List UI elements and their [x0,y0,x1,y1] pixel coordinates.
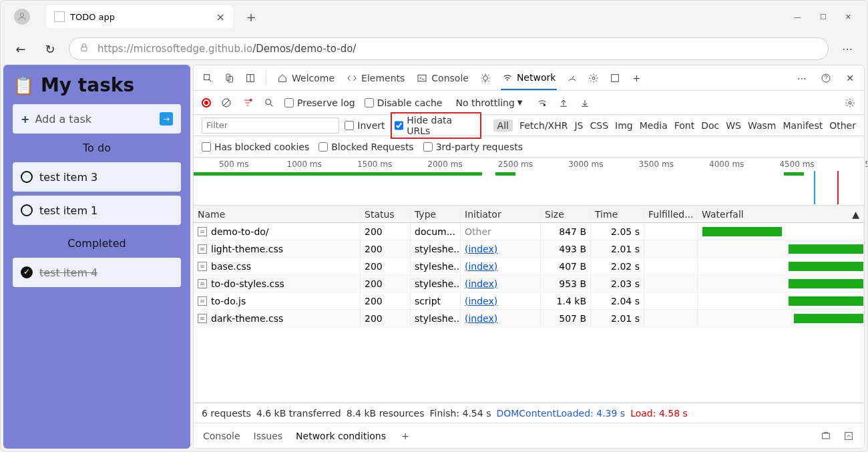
initiator-link[interactable]: (index) [465,244,497,254]
third-party-checkbox[interactable]: 3rd-party requests [423,142,523,152]
table-row[interactable]: ≡base.css200styleshe...(index)407 B2.02 … [194,258,864,275]
blocked-cookies-checkbox[interactable]: Has blocked cookies [202,142,309,152]
close-tab-icon[interactable]: × [216,11,225,23]
throttling-select[interactable]: No throttling ▼ [451,96,526,109]
add-drawer-tab-icon[interactable]: + [399,430,411,442]
drawer-tab-issues[interactable]: Issues [254,423,283,448]
filter-type-media[interactable]: Media [640,120,668,131]
performance-icon[interactable] [566,72,578,84]
minimize-icon[interactable]: — [794,13,801,21]
checkbox-icon[interactable] [21,204,33,216]
devtools: Welcome Elements Console Network + ⋯ ✕ P… [193,65,865,449]
preserve-log-checkbox[interactable]: Preserve log [284,97,355,108]
filter-type-font[interactable]: Font [674,120,694,131]
table-row[interactable]: ≡dark-theme.css200styleshe...(index)507 … [194,310,864,327]
filter-type-wasm[interactable]: Wasm [748,120,776,131]
dock-icon[interactable] [244,72,256,84]
filter-icon[interactable] [242,97,254,109]
filter-type-other[interactable]: Other [829,120,856,131]
checkbox-done-icon[interactable] [21,266,33,278]
task-label: test item 4 [39,266,97,279]
record-button[interactable] [202,98,211,107]
filter-type-css[interactable]: CSS [590,120,608,131]
expand-drawer-icon[interactable] [843,430,855,442]
hide-data-urls-checkbox[interactable]: Hide data URLs [391,112,481,139]
filter-type-ws[interactable]: WS [726,120,741,131]
svg-rect-4 [228,76,233,82]
table-row[interactable]: ≡to-do.js200script(index)1.4 kB2.04 s [194,292,864,310]
table-row[interactable]: ≡demo-to-do/200docum...Other847 B2.05 s [194,223,864,240]
device-icon[interactable] [223,72,235,84]
filter-type-all[interactable]: All [493,120,513,132]
download-har-icon[interactable] [579,97,591,109]
tab-welcome[interactable]: Welcome [276,65,336,90]
clipboard-icon: 📋 [13,75,34,95]
upload-har-icon[interactable] [558,97,570,109]
timeline-overview[interactable]: 500 ms1000 ms1500 ms2000 ms2500 ms3000 m… [194,158,864,206]
table-row[interactable]: ≡light-theme.css200styleshe...(index)493… [194,240,864,258]
drawer-issues-icon[interactable] [820,430,832,442]
filter-type-js[interactable]: JS [574,120,583,131]
filter-type-img[interactable]: Img [615,120,633,131]
svg-point-9 [592,77,595,79]
filter-type-fetch/xhr[interactable]: Fetch/XHR [519,120,568,131]
checkbox-icon[interactable] [21,171,33,183]
gear-icon[interactable] [588,72,600,84]
console-icon [417,73,427,83]
invert-checkbox[interactable]: Invert [345,120,385,131]
back-button[interactable]: ← [10,38,31,59]
filter-row-2: Has blocked cookies Blocked Requests 3rd… [194,136,864,158]
url-box[interactable]: https://microsoftedge.github.io/Demos/de… [69,37,829,60]
home-icon [277,73,288,83]
filter-type-doc[interactable]: Doc [701,120,719,131]
blocked-requests-checkbox[interactable]: Blocked Requests [318,142,413,152]
task-card[interactable]: test item 1 [13,196,181,225]
new-tab-button[interactable]: + [241,10,261,24]
tab-console[interactable]: Console [415,65,470,90]
submit-task-icon[interactable]: → [160,112,173,126]
add-task-button[interactable]: + Add a task → [13,104,181,134]
help-icon[interactable] [820,72,832,84]
initiator-link[interactable]: (index) [465,278,497,289]
search-icon[interactable] [263,97,275,109]
profile-avatar[interactable] [14,9,30,25]
maximize-icon[interactable]: ☐ [820,13,827,21]
bug-icon[interactable] [479,72,491,84]
disable-cache-checkbox[interactable]: Disable cache [365,97,443,108]
drawer-tab-network-conditions[interactable]: Network conditions [296,423,386,448]
svg-rect-19 [823,433,830,439]
refresh-button[interactable]: ↻ [39,38,61,59]
more-menu-button[interactable]: ⋯ [837,43,858,55]
timeline-tick: 1500 ms [357,160,392,169]
filter-input[interactable] [202,118,339,134]
section-todo-header: To do [13,142,181,154]
tab-network[interactable]: Network [501,65,557,90]
drawer-tab-console[interactable]: Console [203,423,240,448]
network-settings-icon[interactable] [844,97,856,109]
task-card-done[interactable]: test item 4 [13,258,181,287]
initiator-link[interactable]: (index) [465,261,497,272]
drawer-tabs: Console Issues Network conditions + [194,423,864,448]
network-conditions-icon[interactable] [536,97,548,109]
panel-icon[interactable] [609,72,621,84]
clear-icon[interactable] [220,97,232,109]
wifi-icon [502,72,513,83]
close-devtools-icon[interactable]: ✕ [844,72,856,84]
file-icon: ≡ [198,314,207,323]
close-window-icon[interactable]: ✕ [845,13,851,21]
filter-type-manifest[interactable]: Manifest [783,120,823,131]
task-card[interactable]: test item 3 [13,162,181,192]
tab-elements[interactable]: Elements [345,65,406,90]
timeline-tick: 4500 ms [779,160,814,169]
initiator-link[interactable]: (index) [465,296,497,306]
table-row[interactable]: ≡to-do-styles.css200styleshe...(index)95… [194,275,864,292]
file-icon: ≡ [198,244,207,254]
inspect-icon[interactable] [202,72,214,84]
request-table: Name Status Type Initiator Size Time Ful… [194,206,864,403]
more-tools-icon[interactable]: ⋯ [796,72,808,84]
add-tab-icon[interactable]: + [630,72,642,84]
initiator-link[interactable]: (index) [465,313,497,324]
browser-tab[interactable]: TODO app × [46,5,233,28]
svg-point-0 [20,13,23,17]
table-header: Name Status Type Initiator Size Time Ful… [194,206,864,223]
